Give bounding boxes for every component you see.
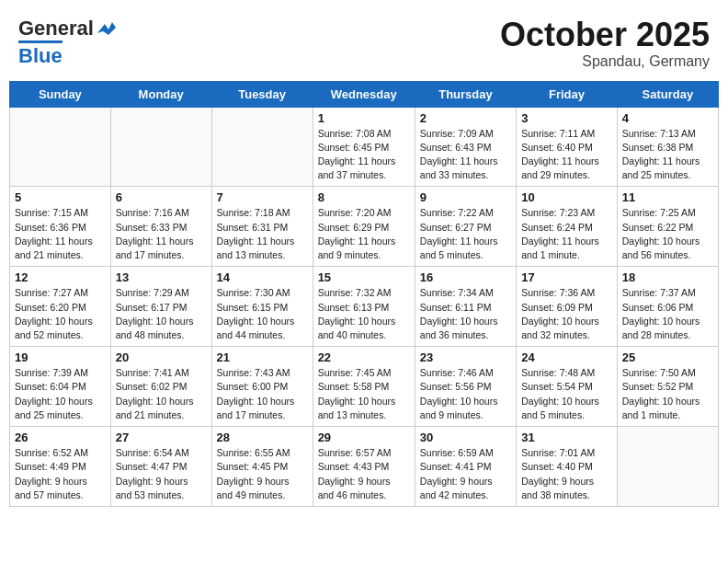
day-info: Sunrise: 7:30 AM Sunset: 6:15 PM Dayligh…: [217, 286, 308, 342]
calendar-cell: 23Sunrise: 7:46 AM Sunset: 5:56 PM Dayli…: [415, 347, 516, 427]
day-number: 18: [622, 270, 713, 284]
day-info: Sunrise: 7:29 AM Sunset: 6:17 PM Dayligh…: [116, 286, 207, 342]
day-number: 2: [420, 111, 511, 125]
day-number: 29: [318, 431, 410, 444]
day-info: Sunrise: 7:37 AM Sunset: 6:06 PM Dayligh…: [622, 286, 713, 342]
calendar-cell: [10, 107, 111, 187]
day-number: 4: [622, 111, 713, 125]
calendar-week-2: 5Sunrise: 7:15 AM Sunset: 6:36 PM Daylig…: [10, 187, 719, 267]
location-subtitle: Spandau, Germany: [500, 53, 710, 70]
day-number: 13: [116, 270, 207, 284]
day-info: Sunrise: 7:32 AM Sunset: 6:13 PM Dayligh…: [318, 286, 410, 342]
day-info: Sunrise: 6:55 AM Sunset: 4:45 PM Dayligh…: [217, 446, 308, 502]
day-number: 21: [217, 350, 308, 364]
day-number: 11: [622, 190, 713, 204]
calendar-cell: 14Sunrise: 7:30 AM Sunset: 6:15 PM Dayli…: [211, 267, 313, 347]
day-number: 8: [318, 190, 410, 204]
day-info: Sunrise: 6:54 AM Sunset: 4:47 PM Dayligh…: [116, 446, 207, 502]
day-info: Sunrise: 6:57 AM Sunset: 4:43 PM Dayligh…: [318, 446, 410, 502]
calendar-cell: 12Sunrise: 7:27 AM Sunset: 6:20 PM Dayli…: [10, 267, 111, 347]
logo-bird-icon: [96, 20, 116, 37]
day-info: Sunrise: 7:11 AM Sunset: 6:40 PM Dayligh…: [521, 127, 612, 183]
calendar-cell: 21Sunrise: 7:43 AM Sunset: 6:00 PM Dayli…: [211, 347, 313, 427]
day-info: Sunrise: 7:45 AM Sunset: 5:58 PM Dayligh…: [318, 366, 410, 422]
calendar-cell: [617, 427, 718, 507]
day-info: Sunrise: 7:36 AM Sunset: 6:09 PM Dayligh…: [521, 286, 612, 342]
calendar-cell: 18Sunrise: 7:37 AM Sunset: 6:06 PM Dayli…: [617, 267, 718, 347]
calendar-cell: 30Sunrise: 6:59 AM Sunset: 4:41 PM Dayli…: [415, 427, 516, 507]
day-number: 3: [521, 111, 612, 125]
calendar-header-row: SundayMondayTuesdayWednesdayThursdayFrid…: [10, 81, 719, 107]
weekday-header-sunday: Sunday: [10, 81, 111, 107]
calendar-cell: [211, 107, 313, 187]
day-number: 16: [420, 270, 511, 284]
calendar-cell: 15Sunrise: 7:32 AM Sunset: 6:13 PM Dayli…: [313, 267, 415, 347]
weekday-header-saturday: Saturday: [617, 81, 718, 107]
logo: General Blue: [18, 17, 116, 68]
calendar-cell: 31Sunrise: 7:01 AM Sunset: 4:40 PM Dayli…: [517, 427, 618, 507]
day-info: Sunrise: 7:16 AM Sunset: 6:33 PM Dayligh…: [116, 206, 207, 262]
day-info: Sunrise: 7:46 AM Sunset: 5:56 PM Dayligh…: [420, 366, 511, 422]
calendar-cell: 16Sunrise: 7:34 AM Sunset: 6:11 PM Dayli…: [415, 267, 516, 347]
day-info: Sunrise: 7:15 AM Sunset: 6:36 PM Dayligh…: [15, 206, 106, 262]
day-info: Sunrise: 7:25 AM Sunset: 6:22 PM Dayligh…: [622, 206, 713, 262]
day-info: Sunrise: 7:08 AM Sunset: 6:45 PM Dayligh…: [318, 127, 410, 183]
day-number: 27: [116, 431, 207, 444]
day-info: Sunrise: 7:01 AM Sunset: 4:40 PM Dayligh…: [521, 446, 612, 502]
calendar-cell: 4Sunrise: 7:13 AM Sunset: 6:38 PM Daylig…: [617, 107, 718, 187]
calendar-cell: 25Sunrise: 7:50 AM Sunset: 5:52 PM Dayli…: [617, 347, 718, 427]
day-number: 25: [622, 350, 713, 364]
day-info: Sunrise: 7:39 AM Sunset: 6:04 PM Dayligh…: [15, 366, 106, 422]
calendar-cell: 8Sunrise: 7:20 AM Sunset: 6:29 PM Daylig…: [313, 187, 415, 267]
page-header: General Blue October 2025 Spandau, Germa…: [9, 9, 719, 74]
title-block: October 2025 Spandau, Germany: [500, 17, 710, 70]
day-info: Sunrise: 7:09 AM Sunset: 6:43 PM Dayligh…: [420, 127, 511, 183]
day-number: 15: [318, 270, 410, 284]
weekday-header-wednesday: Wednesday: [313, 81, 415, 107]
day-number: 23: [420, 350, 511, 364]
logo-blue: Blue: [18, 40, 63, 68]
calendar-cell: 17Sunrise: 7:36 AM Sunset: 6:09 PM Dayli…: [517, 267, 618, 347]
calendar-cell: 22Sunrise: 7:45 AM Sunset: 5:58 PM Dayli…: [313, 347, 415, 427]
calendar-cell: 1Sunrise: 7:08 AM Sunset: 6:45 PM Daylig…: [313, 107, 415, 187]
calendar-week-4: 19Sunrise: 7:39 AM Sunset: 6:04 PM Dayli…: [10, 347, 719, 427]
day-number: 28: [217, 431, 308, 444]
calendar-table: SundayMondayTuesdayWednesdayThursdayFrid…: [9, 81, 719, 507]
calendar-cell: 29Sunrise: 6:57 AM Sunset: 4:43 PM Dayli…: [313, 427, 415, 507]
day-number: 7: [217, 190, 308, 204]
calendar-cell: 6Sunrise: 7:16 AM Sunset: 6:33 PM Daylig…: [110, 187, 211, 267]
day-number: 31: [521, 431, 612, 444]
day-number: 17: [521, 270, 612, 284]
day-number: 14: [217, 270, 308, 284]
day-number: 26: [15, 431, 106, 444]
calendar-cell: 20Sunrise: 7:41 AM Sunset: 6:02 PM Dayli…: [110, 347, 211, 427]
calendar-cell: 26Sunrise: 6:52 AM Sunset: 4:49 PM Dayli…: [10, 427, 111, 507]
calendar-cell: [110, 107, 211, 187]
day-info: Sunrise: 7:50 AM Sunset: 5:52 PM Dayligh…: [622, 366, 713, 422]
day-number: 12: [15, 270, 106, 284]
day-number: 19: [15, 350, 106, 364]
calendar-cell: 3Sunrise: 7:11 AM Sunset: 6:40 PM Daylig…: [517, 107, 618, 187]
day-number: 5: [15, 190, 106, 204]
weekday-header-monday: Monday: [110, 81, 211, 107]
day-number: 20: [116, 350, 207, 364]
day-number: 30: [420, 431, 511, 444]
calendar-cell: 10Sunrise: 7:23 AM Sunset: 6:24 PM Dayli…: [517, 187, 618, 267]
day-number: 6: [116, 190, 207, 204]
calendar-week-1: 1Sunrise: 7:08 AM Sunset: 6:45 PM Daylig…: [10, 107, 719, 187]
weekday-header-friday: Friday: [517, 81, 618, 107]
calendar-cell: 11Sunrise: 7:25 AM Sunset: 6:22 PM Dayli…: [617, 187, 718, 267]
calendar-cell: 7Sunrise: 7:18 AM Sunset: 6:31 PM Daylig…: [211, 187, 313, 267]
calendar-cell: 9Sunrise: 7:22 AM Sunset: 6:27 PM Daylig…: [415, 187, 516, 267]
calendar-cell: 19Sunrise: 7:39 AM Sunset: 6:04 PM Dayli…: [10, 347, 111, 427]
day-number: 22: [318, 350, 410, 364]
calendar-cell: 5Sunrise: 7:15 AM Sunset: 6:36 PM Daylig…: [10, 187, 111, 267]
day-info: Sunrise: 7:34 AM Sunset: 6:11 PM Dayligh…: [420, 286, 511, 342]
weekday-header-thursday: Thursday: [415, 81, 516, 107]
calendar-cell: 13Sunrise: 7:29 AM Sunset: 6:17 PM Dayli…: [110, 267, 211, 347]
day-info: Sunrise: 7:20 AM Sunset: 6:29 PM Dayligh…: [318, 206, 410, 262]
calendar-cell: 24Sunrise: 7:48 AM Sunset: 5:54 PM Dayli…: [517, 347, 618, 427]
day-info: Sunrise: 7:41 AM Sunset: 6:02 PM Dayligh…: [116, 366, 207, 422]
day-info: Sunrise: 7:48 AM Sunset: 5:54 PM Dayligh…: [521, 366, 612, 422]
day-number: 1: [318, 111, 410, 125]
